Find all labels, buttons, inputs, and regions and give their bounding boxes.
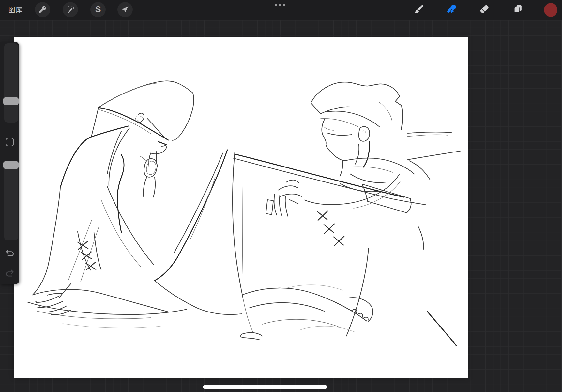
top-toolbar: 图库 S: [0, 0, 562, 20]
eraser-icon: [479, 4, 490, 16]
brush-size-handle[interactable]: [3, 97, 19, 105]
redo-arrow-icon: [5, 269, 14, 278]
color-swatch[interactable]: [544, 3, 557, 17]
sketch-artwork: [14, 37, 468, 378]
canvas-menu-button[interactable]: [275, 4, 285, 6]
adjustments-button[interactable]: [63, 2, 78, 17]
gallery-button[interactable]: 图库: [8, 6, 23, 15]
opacity-handle[interactable]: [3, 161, 19, 169]
layers-button[interactable]: [510, 2, 525, 18]
actions-button[interactable]: [35, 2, 50, 17]
redo-button[interactable]: [5, 269, 14, 278]
ellipsis-icon: [279, 4, 281, 6]
transform-button[interactable]: [117, 2, 133, 17]
erase-tool-button[interactable]: [477, 2, 492, 18]
ellipsis-icon: [275, 4, 277, 6]
undo-button[interactable]: [5, 249, 14, 258]
paint-tool-button[interactable]: [411, 2, 426, 18]
procreate-screen: 图库 S: [0, 0, 562, 392]
selection-s-icon: S: [95, 5, 101, 14]
smudge-finger-icon: [447, 4, 458, 16]
brush-size-slider[interactable]: [4, 43, 18, 123]
layers-icon: [512, 4, 523, 16]
undo-arrow-icon: [5, 249, 14, 258]
ellipsis-icon: [283, 4, 285, 6]
magic-wand-icon: [66, 5, 75, 14]
opacity-slider[interactable]: [4, 161, 18, 240]
paintbrush-icon: [413, 4, 424, 16]
transform-arrow-icon: [121, 6, 129, 14]
wrench-icon: [38, 6, 47, 14]
smudge-tool-button[interactable]: [444, 2, 460, 18]
modify-button[interactable]: [6, 138, 14, 146]
home-indicator[interactable]: [203, 385, 327, 389]
brush-sidebar: [0, 42, 19, 284]
drawing-canvas[interactable]: [14, 37, 468, 378]
selection-button[interactable]: S: [90, 2, 106, 17]
